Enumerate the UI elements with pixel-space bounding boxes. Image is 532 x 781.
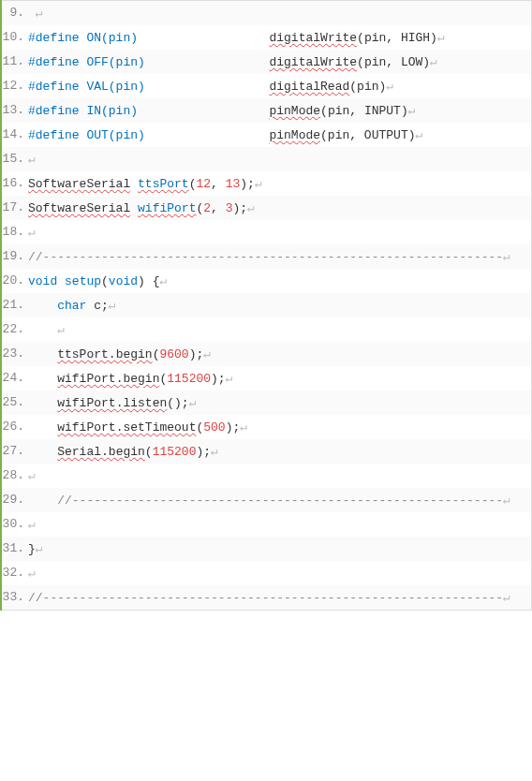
token: (pin, OUTPUT) <box>320 128 415 142</box>
token: wifiPort.setTimeout <box>57 420 196 435</box>
line-number: 31. <box>2 541 28 555</box>
code-line: 27. Serial.begin(115200);↵ <box>2 439 531 464</box>
token <box>28 396 57 410</box>
line-number: 23. <box>2 346 28 361</box>
token: (pin, HIGH) <box>357 31 437 45</box>
code-line: 21. char c;↵ <box>2 293 531 317</box>
line-number: 12. <box>2 79 28 93</box>
token <box>130 201 138 215</box>
code-line: 9. ↵ <box>2 1 531 25</box>
line-content: #define VAL(pin) digitalRead(pin)↵ <box>28 79 531 94</box>
line-number: 28. <box>2 468 28 482</box>
token: ↵ <box>386 80 393 94</box>
token: //--------------------------------------… <box>28 250 503 264</box>
token <box>145 80 270 94</box>
token: c; <box>86 299 108 313</box>
token <box>28 323 57 337</box>
line-number: 14. <box>2 127 28 141</box>
line-number: 9. <box>2 6 28 20</box>
line-number: 26. <box>2 420 28 434</box>
line-content: wifiPort.listen();↵ <box>28 395 531 410</box>
token: digitalWrite <box>269 55 357 69</box>
token: (pin, LOW) <box>357 55 430 69</box>
token: ↵ <box>109 299 116 313</box>
token: ↵ <box>189 396 197 410</box>
token: setup <box>65 274 101 288</box>
code-line: 29. //----------------------------------… <box>2 488 531 512</box>
token: void <box>28 274 57 288</box>
token: wifiPort <box>138 201 196 215</box>
code-line: 10.#define ON(pin) digitalWrite(pin, HIG… <box>2 25 531 50</box>
line-number: 10. <box>2 30 28 44</box>
token: ↵ <box>28 226 36 240</box>
token: 9600 <box>159 347 188 361</box>
line-content: }↵ <box>28 541 531 556</box>
token: wifiPort.begin <box>57 372 159 386</box>
token <box>28 494 57 508</box>
token: ↵ <box>437 31 445 45</box>
line-content: ↵ <box>28 322 531 337</box>
token <box>28 420 57 435</box>
line-number: 25. <box>2 395 28 409</box>
line-number: 22. <box>2 322 28 336</box>
token: ↵ <box>203 347 211 361</box>
line-content: ↵ <box>28 468 531 483</box>
token: pinMode <box>269 128 320 142</box>
line-number: 24. <box>2 371 28 385</box>
line-content: //--------------------------------------… <box>28 590 531 605</box>
token: ); <box>189 347 204 361</box>
token: ) { <box>138 274 159 288</box>
token: char <box>57 299 86 313</box>
line-number: 29. <box>2 493 28 507</box>
token: ↵ <box>503 250 510 264</box>
token: ↵ <box>28 469 36 483</box>
token: ); <box>226 420 241 435</box>
token <box>28 372 57 386</box>
token: void <box>109 274 138 288</box>
token: ↵ <box>28 153 36 167</box>
token: ttsPort.begin <box>57 347 152 361</box>
code-line: 30.↵ <box>2 512 531 537</box>
token <box>145 128 270 142</box>
token: 500 <box>203 420 225 435</box>
line-number: 13. <box>2 103 28 117</box>
code-listing: 9. ↵10.#define ON(pin) digitalWrite(pin,… <box>2 0 532 611</box>
code-line: 15.↵ <box>2 147 531 171</box>
line-content: //--------------------------------------… <box>28 249 531 264</box>
line-content: void setup(void) {↵ <box>28 273 531 288</box>
token: 13 <box>226 177 241 191</box>
token: ↵ <box>159 274 167 288</box>
token <box>28 445 57 459</box>
token: #define ON(pin) <box>28 31 138 45</box>
line-number: 16. <box>2 176 28 190</box>
token: #define VAL(pin) <box>28 80 145 94</box>
token <box>138 31 269 45</box>
token: ( <box>101 274 109 288</box>
token: #define OFF(pin) <box>28 55 145 69</box>
token: ); <box>233 201 248 215</box>
code-line: 33.//-----------------------------------… <box>2 585 531 610</box>
token: ↵ <box>211 445 218 459</box>
token: 12 <box>196 177 211 191</box>
token: ↵ <box>226 372 233 386</box>
line-content: SoftwareSerial wifiPort(2, 3);↵ <box>28 200 531 215</box>
code-line: 26. wifiPort.setTimeout(500);↵ <box>2 415 531 439</box>
line-content: SoftwareSerial ttsPort(12, 13);↵ <box>28 176 531 191</box>
line-number: 18. <box>2 225 28 239</box>
code-line: 25. wifiPort.listen();↵ <box>2 390 531 415</box>
token: 2 <box>203 201 211 215</box>
line-content: #define OFF(pin) digitalWrite(pin, LOW)↵ <box>28 54 531 69</box>
line-number: 20. <box>2 273 28 287</box>
line-content: #define OUT(pin) pinMode(pin, OUTPUT)↵ <box>28 127 531 142</box>
token: ↵ <box>503 494 510 508</box>
token: ↵ <box>240 420 247 435</box>
token: wifiPort.listen <box>57 396 167 410</box>
token: ↵ <box>415 128 422 142</box>
code-line: 18.↵ <box>2 220 531 244</box>
token: ↵ <box>57 323 65 337</box>
token: ( <box>145 445 153 459</box>
token <box>145 55 270 69</box>
token: ↵ <box>28 567 36 581</box>
token: } <box>28 542 36 556</box>
token <box>28 7 36 21</box>
